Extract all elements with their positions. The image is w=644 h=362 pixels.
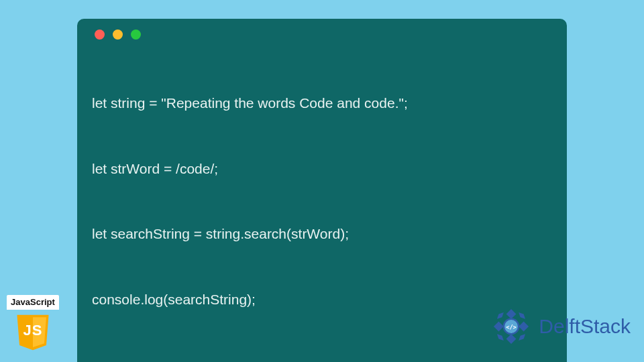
svg-text:</>: </>: [506, 324, 517, 330]
code-content: let string = "Repeating the words Code a…: [92, 49, 552, 355]
code-line: let strWord = /code/;: [92, 158, 552, 180]
window-traffic-lights: [95, 29, 552, 40]
code-line: let string = "Repeating the words Code a…: [92, 93, 552, 115]
close-dot-icon: [95, 29, 105, 40]
code-line: console.log(searchString);: [92, 289, 552, 311]
javascript-label: JavaScript: [7, 295, 59, 310]
svg-marker-4: [519, 312, 525, 319]
brand-logo: </> DelftStack: [490, 306, 631, 347]
svg-marker-6: [519, 334, 525, 341]
svg-marker-5: [497, 312, 504, 319]
svg-marker-2: [494, 322, 504, 332]
javascript-badge: JavaScript JS: [7, 295, 59, 351]
maximize-dot-icon: [131, 29, 141, 40]
code-line: let searchString = string.search(strWord…: [92, 223, 552, 245]
javascript-logo-icon: JS: [13, 312, 52, 351]
delftstack-mark-icon: </>: [490, 306, 532, 347]
javascript-logo-text: JS: [13, 322, 52, 339]
svg-marker-0: [506, 309, 517, 319]
svg-marker-3: [519, 322, 529, 332]
svg-marker-7: [497, 334, 504, 341]
svg-marker-1: [506, 334, 517, 344]
brand-name: DelftStack: [539, 315, 631, 338]
minimize-dot-icon: [113, 29, 123, 40]
